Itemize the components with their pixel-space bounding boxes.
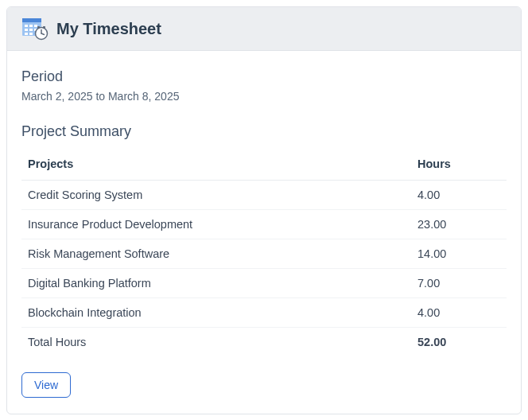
project-hours-cell: 14.00: [411, 239, 507, 269]
period-range: March 2, 2025 to March 8, 2025: [21, 90, 507, 103]
total-hours-value: 52.00: [411, 328, 507, 357]
svg-rect-8: [25, 33, 28, 35]
svg-rect-13: [37, 26, 40, 29]
svg-rect-14: [43, 26, 45, 29]
total-hours-label: Total Hours: [21, 328, 411, 357]
project-name-cell: Risk Management Software: [21, 239, 411, 269]
timesheet-card: My Timesheet Period March 2, 2025 to Mar…: [6, 6, 522, 414]
project-summary-table: Projects Hours Credit Scoring System 4.0…: [21, 150, 507, 356]
table-total-row: Total Hours 52.00: [21, 328, 507, 357]
table-row: Digital Banking Platform 7.00: [21, 269, 507, 298]
project-hours-cell: 23.00: [411, 210, 507, 239]
project-name-cell: Credit Scoring System: [21, 181, 411, 210]
card-header: My Timesheet: [7, 7, 521, 51]
table-header-row: Projects Hours: [21, 150, 507, 181]
project-summary-title: Project Summary: [21, 123, 507, 140]
table-row: Insurance Product Development 23.00: [21, 210, 507, 239]
svg-rect-4: [34, 25, 37, 27]
project-name-cell: Blockchain Integration: [21, 298, 411, 328]
project-hours-cell: 7.00: [411, 269, 507, 298]
table-row: Blockchain Integration 4.00: [21, 298, 507, 328]
card-actions: View: [21, 372, 507, 398]
project-hours-cell: 4.00: [411, 298, 507, 328]
svg-rect-9: [29, 33, 33, 35]
card-body: Period March 2, 2025 to March 8, 2025 Pr…: [7, 51, 521, 414]
svg-rect-3: [29, 25, 33, 27]
svg-rect-5: [25, 29, 28, 31]
table-row: Credit Scoring System 4.00: [21, 181, 507, 210]
card-title: My Timesheet: [56, 20, 161, 38]
timesheet-calendar-clock-icon: [21, 17, 49, 41]
table-row: Risk Management Software 14.00: [21, 239, 507, 269]
project-name-cell: Insurance Product Development: [21, 210, 411, 239]
project-name-cell: Digital Banking Platform: [21, 269, 411, 298]
svg-rect-6: [29, 29, 33, 31]
column-header-hours: Hours: [411, 150, 507, 181]
project-hours-cell: 4.00: [411, 181, 507, 210]
svg-rect-2: [25, 25, 28, 27]
svg-rect-1: [22, 18, 41, 22]
column-header-projects: Projects: [21, 150, 411, 181]
view-button[interactable]: View: [21, 372, 71, 398]
period-label: Period: [21, 68, 507, 85]
